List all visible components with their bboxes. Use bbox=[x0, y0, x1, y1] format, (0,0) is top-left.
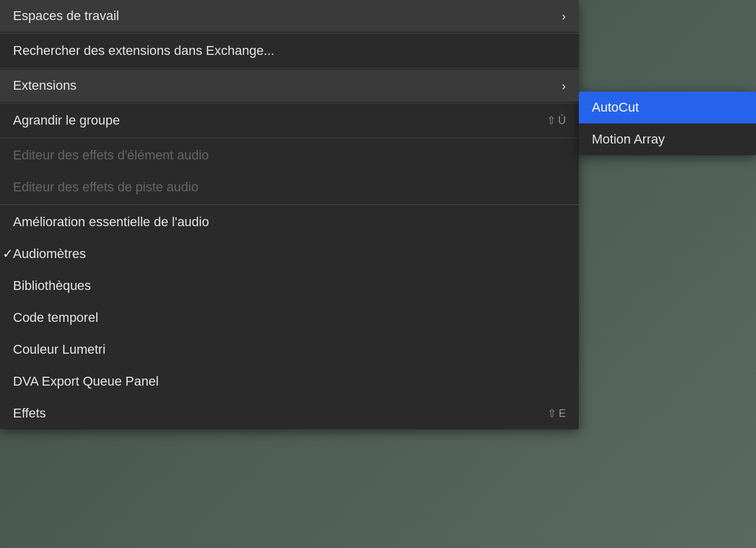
menu-item-label: Rechercher des extensions dans Exchange.… bbox=[13, 43, 275, 58]
menu-item-amelioration-audio[interactable]: Amélioration essentielle de l'audio bbox=[0, 206, 579, 238]
menu-item-audiometres[interactable]: ✓ Audiomètres bbox=[0, 238, 579, 270]
menu-item-label: Extensions bbox=[13, 78, 77, 93]
shortcut-effets: ⇧ E bbox=[548, 407, 566, 420]
menu-item-bibliotheques[interactable]: Bibliothèques bbox=[0, 270, 579, 302]
checkmark-icon: ✓ bbox=[0, 246, 13, 262]
menu-item-editeur-piste-audio: Editeur des effets de piste audio bbox=[0, 171, 579, 203]
menu-item-dva-export[interactable]: DVA Export Queue Panel bbox=[0, 366, 579, 397]
divider-4 bbox=[0, 138, 579, 138]
menu-item-code-temporel[interactable]: Code temporel bbox=[0, 302, 579, 334]
divider-1 bbox=[0, 33, 579, 34]
menu-container: Espaces de travail › Rechercher des exte… bbox=[0, 0, 756, 429]
menu-item-label: Amélioration essentielle de l'audio bbox=[13, 214, 209, 230]
shift-icon: ⇧ bbox=[548, 407, 556, 420]
menu-item-extensions[interactable]: Extensions › bbox=[0, 70, 579, 102]
submenu-item-label: AutoCut bbox=[592, 100, 639, 115]
menu-item-agrandir-groupe[interactable]: Agrandir le groupe ⇧ Ù bbox=[0, 105, 579, 136]
menu-item-label: Audiomètres bbox=[13, 246, 86, 262]
menu-item-label: Editeur des effets de piste audio bbox=[13, 180, 198, 195]
submenu-item-autocut[interactable]: AutoCut bbox=[579, 92, 756, 123]
divider-5 bbox=[0, 204, 579, 205]
menu-item-label: Bibliothèques bbox=[13, 278, 91, 293]
extensions-submenu: AutoCut Motion Array bbox=[579, 92, 756, 155]
chevron-icon: › bbox=[562, 79, 566, 93]
key-e: E bbox=[559, 407, 566, 420]
divider-2 bbox=[0, 68, 579, 68]
submenu-item-motion-array[interactable]: Motion Array bbox=[579, 123, 756, 155]
menu-item-label: Effets bbox=[13, 406, 46, 421]
key-u: Ù bbox=[558, 115, 566, 127]
main-menu: Espaces de travail › Rechercher des exte… bbox=[0, 0, 579, 429]
chevron-icon: › bbox=[562, 9, 566, 23]
menu-item-couleur-lumetri[interactable]: Couleur Lumetri bbox=[0, 334, 579, 366]
divider-3 bbox=[0, 103, 579, 103]
menu-item-espaces-de-travail[interactable]: Espaces de travail › bbox=[0, 0, 579, 32]
shift-icon: ⇧ bbox=[547, 114, 556, 127]
menu-item-editeur-element-audio: Editeur des effets d'élément audio bbox=[0, 139, 579, 171]
menu-item-label: Code temporel bbox=[13, 310, 98, 325]
menu-item-label: Couleur Lumetri bbox=[13, 342, 106, 357]
submenu-item-label: Motion Array bbox=[592, 132, 665, 147]
menu-item-label: DVA Export Queue Panel bbox=[13, 374, 159, 389]
menu-item-rechercher-extensions[interactable]: Rechercher des extensions dans Exchange.… bbox=[0, 35, 579, 67]
shortcut-agrandir: ⇧ Ù bbox=[547, 114, 566, 127]
menu-item-effets[interactable]: Effets ⇧ E bbox=[0, 397, 579, 429]
menu-item-label: Agrandir le groupe bbox=[13, 113, 120, 128]
menu-item-label: Editeur des effets d'élément audio bbox=[13, 148, 209, 163]
menu-item-label: Espaces de travail bbox=[13, 8, 119, 24]
